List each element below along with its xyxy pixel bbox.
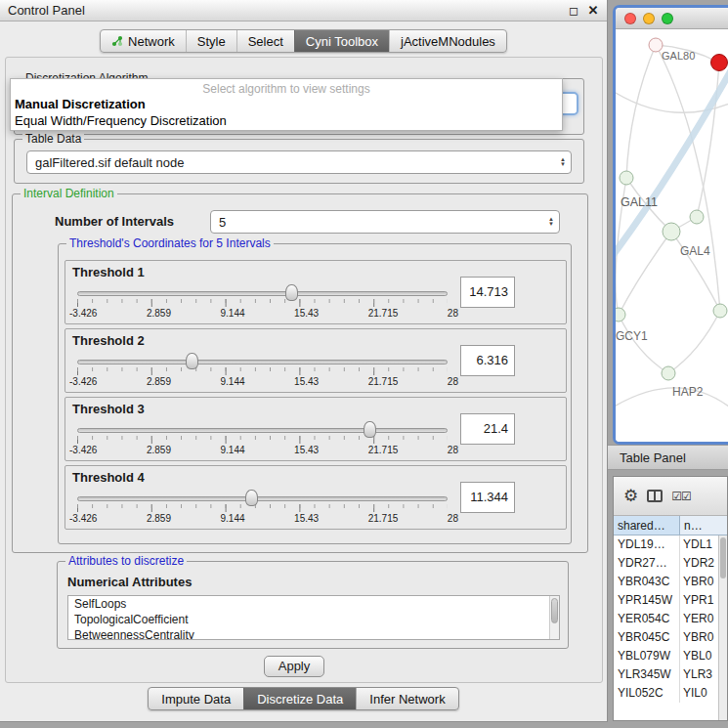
threshold-slider[interactable]: -3.4262.8599.14415.4321.71528 (77, 351, 448, 390)
list-scrollbar[interactable] (549, 596, 559, 639)
tab-network[interactable]: Network (101, 30, 186, 52)
threshold-value-field[interactable]: 6.316 (460, 345, 515, 376)
table-row[interactable]: YDL19…YDL1 (614, 535, 727, 554)
node-gal4[interactable] (663, 223, 680, 240)
slider-track[interactable] (77, 360, 448, 364)
thresholds-group-title: Threshold's Coordinates for 5 Intervals (66, 236, 274, 250)
dropdown-option-equal-width[interactable]: Equal Width/Frequency Discretization (11, 112, 562, 129)
tab-impute-data[interactable]: Impute Data (149, 688, 243, 709)
tab-cyni-toolbox[interactable]: Cyni Toolbox (294, 30, 389, 52)
node[interactable] (713, 304, 727, 318)
threshold-value-field[interactable]: 11.344 (460, 482, 515, 513)
node-gcy1[interactable] (616, 308, 625, 321)
slider-minor-ticks (77, 504, 448, 508)
slider-tick-labels: -3.4262.8599.14415.4321.71528 (69, 445, 458, 455)
apply-button[interactable]: Apply (264, 656, 324, 677)
thresholds-group: Threshold's Coordinates for 5 Intervals … (58, 243, 572, 544)
tab-label: Cyni Toolbox (306, 34, 378, 49)
network-window-titlebar (616, 8, 728, 29)
table-panel-title: Table Panel (620, 450, 686, 465)
interval-definition-title: Interval Definition (21, 187, 117, 200)
mac-minimize-icon[interactable] (643, 13, 655, 24)
list-item[interactable]: TopologicalCoefficient (68, 612, 559, 627)
slider-thumb[interactable] (186, 353, 198, 369)
tab-style[interactable]: Style (186, 30, 236, 52)
node-gal11[interactable] (620, 171, 633, 185)
threshold-panel-1: Threshold 1 -3.4262.8599.14415.4321.7152… (64, 260, 567, 324)
tab-label: Style (197, 34, 226, 49)
node[interactable] (690, 210, 704, 224)
threshold-label: Threshold 1 (72, 265, 145, 279)
node-label-gal80: GAL80 (662, 50, 695, 62)
table-row[interactable]: YDR27…YDR2 (614, 554, 727, 573)
tab-jactivemodules[interactable]: jActiveMNodules (389, 30, 506, 52)
threshold-slider[interactable]: -3.4262.8599.14415.4321.71528 (77, 488, 448, 527)
table-row[interactable]: YBL079WYBL0 (614, 647, 727, 665)
node-selected-red[interactable] (711, 55, 728, 71)
number-of-intervals-select[interactable]: 5 ▲▼ (210, 210, 560, 234)
table-row[interactable]: YER054CYER0 (614, 610, 727, 628)
table-panel-header: Table Panel (608, 445, 728, 470)
threshold-slider[interactable]: -3.4262.8599.14415.4321.71528 (77, 419, 448, 458)
table-data-selected-value: galFiltered.sif default node (27, 155, 555, 170)
table-row[interactable]: YLR345WYLR3 (614, 665, 727, 684)
interval-definition-group: Interval Definition Number of Intervals … (12, 193, 588, 553)
dropdown-placeholder: Select algorithm to view settings (11, 79, 562, 96)
table-scrollbar[interactable] (718, 535, 727, 720)
control-panel-window: Control Panel ◻ ✕ Network Style Select C… (0, 0, 608, 722)
list-scrollbar-thumb[interactable] (551, 598, 558, 623)
threshold-value-field[interactable]: 21.4 (460, 413, 515, 445)
float-window-icon[interactable]: ◻ (564, 4, 583, 18)
tab-infer-network[interactable]: Infer Network (356, 688, 457, 709)
table-body: YDL19…YDL1 YDR27…YDR2 YBR043CYBR0 YPR145… (614, 535, 727, 721)
mac-close-icon[interactable] (624, 13, 636, 24)
table-row[interactable]: YBR043CYBR0 (614, 573, 727, 591)
close-icon[interactable]: ✕ (583, 3, 603, 18)
network-canvas[interactable]: GAL80 GAL11 GAL4 GCY1 HAP2 (616, 29, 728, 444)
select-all-icon[interactable]: ☑☑ (671, 491, 691, 502)
node-gal80[interactable] (649, 38, 663, 52)
table-scrollbar-thumb[interactable] (720, 537, 726, 578)
mac-zoom-icon[interactable] (662, 13, 673, 24)
tab-discretize-data[interactable]: Discretize Data (243, 688, 356, 709)
gear-icon[interactable]: ⚙ (623, 488, 638, 504)
threshold-label: Threshold 3 (72, 402, 145, 416)
column-header-name[interactable]: n… (680, 516, 727, 535)
numerical-attributes-list[interactable]: SelfLoops TopologicalCoefficient Between… (67, 595, 560, 640)
slider-track[interactable] (77, 496, 448, 501)
table-toolbar: ⚙ ☑☑ (614, 477, 727, 516)
numerical-attributes-label: Numerical Attributes (67, 575, 192, 589)
slider-thumb[interactable] (285, 284, 298, 301)
node-label-hap2: HAP2 (672, 385, 704, 399)
slider-thumb[interactable] (364, 421, 376, 438)
list-item[interactable]: SelfLoops (68, 596, 559, 612)
network-view-window[interactable]: GAL80 GAL11 GAL4 GCY1 HAP2 (613, 5, 728, 445)
table-row[interactable]: YIL052CYIL0 (614, 684, 727, 703)
columns-icon[interactable] (647, 490, 663, 502)
list-item[interactable]: BetweennessCentrality (68, 627, 559, 640)
table-row[interactable]: YPR145WYPR1 (614, 591, 727, 610)
slider-thumb[interactable] (245, 490, 258, 506)
threshold-label: Threshold 4 (72, 470, 145, 485)
column-header-shared-name[interactable]: shared… (614, 516, 680, 535)
threshold-value-field[interactable]: 14.713 (460, 277, 515, 308)
tab-select[interactable]: Select (236, 30, 294, 52)
tab-label: jActiveMNodules (401, 34, 495, 49)
threshold-slider[interactable]: -3.4262.8599.14415.4321.71528 (77, 282, 448, 321)
slider-minor-ticks (77, 367, 448, 371)
threshold-panel-4: Threshold 4 -3.4262.8599.14415.4321.7152… (64, 465, 567, 530)
table-data-group: Table Data galFiltered.sif default node … (14, 139, 584, 184)
slider-track[interactable] (77, 291, 448, 296)
tab-label: Impute Data (161, 692, 231, 707)
network-icon (111, 35, 123, 47)
table-data-select[interactable]: galFiltered.sif default node ▲▼ (26, 150, 572, 174)
node-label-gal4: GAL4 (680, 244, 710, 258)
stepper-icon: ▲▼ (555, 157, 571, 167)
dropdown-option-manual[interactable]: Manual Discretization (11, 96, 562, 112)
slider-track[interactable] (77, 428, 448, 433)
node-hap2[interactable] (662, 366, 675, 380)
slider-tick-labels: -3.4262.8599.14415.4321.71528 (69, 376, 458, 387)
threshold-panel-2: Threshold 2 -3.4262.8599.14415.4321.7152… (64, 328, 567, 393)
node-label-gal11: GAL11 (621, 195, 658, 209)
table-row[interactable]: YBR045CYBR0 (614, 628, 727, 647)
